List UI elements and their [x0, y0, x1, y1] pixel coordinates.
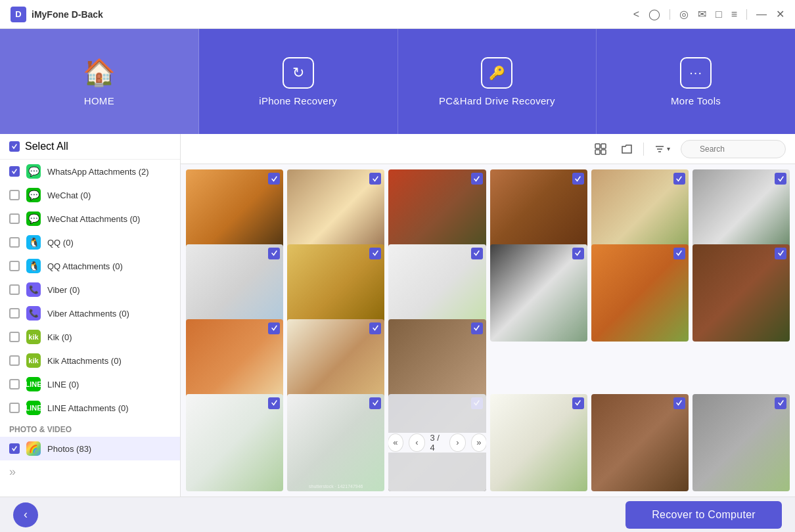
- sidebar-item-qq-attach[interactable]: 🐧 QQ Attachments (0): [0, 254, 180, 278]
- sidebar-item-viber[interactable]: 📞 Viber (0): [0, 278, 180, 301]
- photo-check-10[interactable]: [572, 248, 584, 259]
- line-attach-label: LINE Attachments (0): [47, 403, 129, 413]
- separator2: [746, 9, 747, 20]
- nav-home-label: HOME: [84, 95, 114, 106]
- close-button[interactable]: ✕: [776, 8, 784, 20]
- photo-cell[interactable]: [490, 394, 587, 491]
- sidebar-item-viber-attach[interactable]: 📞 Viber Attachments (0): [0, 301, 180, 325]
- nav-bar: 🏠 HOME ↻ iPhone Recovery 🔑 PC&Hard Drive…: [0, 29, 795, 134]
- app-logo: D: [11, 7, 26, 22]
- qq-attach-checkbox[interactable]: [9, 261, 20, 271]
- wechat-icon: 💬: [26, 188, 41, 202]
- sidebar-item-photos[interactable]: 🌈 Photos (83): [0, 437, 180, 460]
- viber-attach-checkbox[interactable]: [9, 308, 20, 319]
- photos-icon: 🌈: [26, 441, 41, 456]
- photo-grid: shutterstock · 1421747946 « ‹ 3 / 4 › »: [181, 164, 795, 497]
- title-bar: D iMyFone D-Back < ◯ ◎ ✉ □ ≡ — ✕: [0, 0, 795, 29]
- sidebar-item-wechat-attach[interactable]: 💬 WeChat Attachments (0): [0, 207, 180, 231]
- sidebar-item-more[interactable]: »: [0, 460, 180, 483]
- photo-check-2[interactable]: [369, 173, 381, 185]
- wechat-attach-checkbox[interactable]: [9, 213, 20, 224]
- svg-rect-3: [601, 150, 606, 154]
- photo-check-11[interactable]: [673, 248, 685, 259]
- sidebar-item-wechat[interactable]: 💬 WeChat (0): [0, 183, 180, 207]
- first-page-button[interactable]: «: [388, 433, 403, 452]
- back-button[interactable]: ‹: [13, 502, 38, 527]
- share-icon[interactable]: <: [633, 9, 639, 20]
- photo-check-19[interactable]: [572, 397, 584, 409]
- photo-cell[interactable]: shutterstock · 1421747946: [287, 394, 384, 491]
- photo-check-9[interactable]: [471, 248, 483, 259]
- kik-checkbox[interactable]: [9, 332, 20, 342]
- filter-button[interactable]: ▾: [650, 141, 674, 157]
- photo-check-13[interactable]: [268, 322, 280, 334]
- wechat-attach-icon: 💬: [26, 211, 41, 226]
- kik-attach-checkbox[interactable]: [9, 355, 20, 366]
- photo-cell[interactable]: [490, 244, 587, 342]
- photo-cell[interactable]: [693, 244, 790, 342]
- photo-cell[interactable]: [591, 244, 689, 342]
- nav-more-tools[interactable]: ··· More Tools: [597, 29, 795, 134]
- photo-check-17[interactable]: [369, 397, 381, 409]
- photo-check-3[interactable]: [471, 173, 483, 185]
- select-all-checkbox[interactable]: [9, 141, 20, 152]
- line-attach-checkbox[interactable]: [9, 403, 20, 413]
- wechat-checkbox[interactable]: [9, 190, 20, 200]
- iphone-recovery-icon: ↻: [283, 57, 314, 89]
- mail-icon[interactable]: ✉: [698, 8, 706, 20]
- nav-pc-recovery[interactable]: 🔑 PC&Hard Drive Recovery: [398, 29, 597, 134]
- sidebar-item-line[interactable]: LINE LINE (0): [0, 372, 180, 396]
- sidebar-item-qq[interactable]: 🐧 QQ (0): [0, 231, 180, 254]
- filter-dropdown-icon: ▾: [667, 145, 670, 152]
- photo-check-7[interactable]: [268, 248, 280, 259]
- target-icon[interactable]: ◎: [679, 8, 689, 20]
- photo-cell[interactable]: [591, 394, 689, 491]
- sidebar-item-whatsapp[interactable]: 💬 WhatsApp Attachments (2): [0, 160, 180, 183]
- search-input[interactable]: [681, 140, 786, 158]
- photo-check-20[interactable]: [673, 397, 685, 409]
- photo-check-6[interactable]: [775, 173, 786, 185]
- app-name: iMyFone D-Back: [32, 9, 633, 20]
- photo-check-15[interactable]: [471, 322, 483, 334]
- viber-checkbox[interactable]: [9, 284, 20, 295]
- photo-cell[interactable]: « ‹ 3 / 4 › »: [388, 394, 486, 491]
- nav-iphone-label: iPhone Recovery: [259, 95, 337, 106]
- sidebar-item-kik-attach[interactable]: kik Kik Attachments (0): [0, 349, 180, 372]
- minimize-button[interactable]: —: [756, 9, 767, 20]
- photo-check-8[interactable]: [369, 248, 381, 259]
- photo-check-5[interactable]: [673, 173, 685, 185]
- recover-button[interactable]: Recover to Computer: [625, 501, 782, 529]
- menu-icon[interactable]: ≡: [731, 9, 737, 20]
- next-page-button[interactable]: ›: [449, 433, 465, 452]
- kik-attach-icon: kik: [26, 353, 41, 368]
- qq-label: QQ (0): [47, 238, 74, 248]
- whatsapp-checkbox[interactable]: [9, 166, 20, 177]
- nav-iphone-recovery[interactable]: ↻ iPhone Recovery: [199, 29, 398, 134]
- photos-checkbox[interactable]: [9, 443, 20, 454]
- viber-label: Viber (0): [47, 285, 80, 295]
- nav-home[interactable]: 🏠 HOME: [0, 29, 199, 134]
- grid-view-button[interactable]: [591, 139, 610, 159]
- more-tools-icon: ···: [680, 57, 712, 89]
- pagination: « ‹ 3 / 4 › »: [388, 433, 486, 453]
- line-checkbox[interactable]: [9, 379, 20, 389]
- photo-check-16[interactable]: [268, 397, 280, 409]
- photo-toolbar: ▾ 🔍: [181, 134, 795, 164]
- line-label: LINE (0): [47, 380, 79, 389]
- qq-checkbox[interactable]: [9, 237, 20, 248]
- folder-view-button[interactable]: [617, 139, 637, 159]
- photo-check-12[interactable]: [775, 248, 786, 259]
- photo-check-4[interactable]: [572, 173, 584, 185]
- separator: [670, 9, 670, 20]
- sidebar-item-kik[interactable]: kik Kik (0): [0, 325, 180, 349]
- last-page-button[interactable]: »: [471, 433, 486, 452]
- user-icon[interactable]: ◯: [648, 8, 660, 20]
- prev-page-button[interactable]: ‹: [409, 433, 424, 452]
- photo-check-21[interactable]: [775, 397, 786, 409]
- chat-icon[interactable]: □: [716, 9, 722, 20]
- photo-check-14[interactable]: [369, 322, 381, 334]
- photo-cell[interactable]: [186, 394, 283, 491]
- photo-check-1[interactable]: [268, 173, 280, 185]
- photo-cell[interactable]: [693, 394, 790, 491]
- sidebar-item-line-attach[interactable]: LINE LINE Attachments (0): [0, 396, 180, 420]
